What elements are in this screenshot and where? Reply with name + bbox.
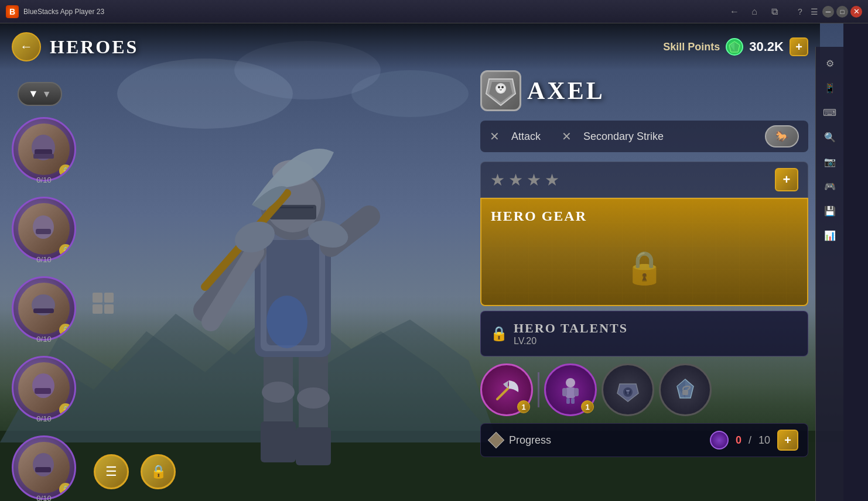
page-title: HEROES bbox=[50, 36, 138, 58]
svg-rect-29 bbox=[36, 229, 51, 234]
hero-emblem bbox=[480, 70, 521, 111]
lock-button[interactable]: 🔒 bbox=[141, 454, 176, 489]
progress-area: Progress 0 / 10 + bbox=[480, 423, 808, 457]
hero-avatar-1: 🔒 bbox=[12, 117, 76, 181]
right-panel: AXEL ✕ Attack ✕ Secondary Strike 🐎 ★ ★ ★… bbox=[480, 70, 808, 457]
hero-list-item-4[interactable]: 🔒 0/10 bbox=[12, 356, 76, 420]
svg-rect-52 bbox=[627, 392, 629, 394]
svg-rect-56 bbox=[682, 390, 688, 395]
skill-points-add-button[interactable]: + bbox=[790, 37, 808, 56]
filter-button[interactable]: ▼ ▼ bbox=[18, 82, 62, 106]
titlebar: B BlueStacks App Player 23 ← ⌂ ⧉ ? ☰ ─ □… bbox=[0, 0, 868, 23]
svg-rect-46 bbox=[574, 388, 579, 396]
skill-points-icon bbox=[726, 38, 743, 56]
minimize-btn[interactable]: ─ bbox=[822, 6, 834, 18]
hero-avatar-3: 🔒 bbox=[12, 276, 76, 341]
close-btn[interactable]: ✕ bbox=[850, 6, 862, 18]
svg-rect-51 bbox=[626, 390, 630, 392]
hero-count-2: 0/10 bbox=[36, 255, 51, 264]
svg-point-43 bbox=[566, 378, 575, 387]
maximize-btn[interactable]: □ bbox=[836, 6, 848, 18]
hero-gear-title: HERO GEAR bbox=[491, 208, 798, 224]
hero-lock-icon-5: 🔒 bbox=[59, 483, 72, 496]
grid-cell-2 bbox=[104, 293, 114, 303]
talent-badge-1: 1 bbox=[517, 400, 530, 413]
skill-2-label: Secondary Strike bbox=[583, 131, 664, 143]
help-btn[interactable]: ? bbox=[794, 6, 806, 18]
talents-level: LV.20 bbox=[514, 336, 798, 346]
grid-view-toggle[interactable] bbox=[93, 293, 114, 314]
progress-current: 0 bbox=[736, 434, 741, 447]
add-star-button[interactable]: + bbox=[775, 168, 798, 191]
list-icon: ☰ bbox=[105, 464, 117, 479]
hero-lock-icon-4: 🔒 bbox=[59, 403, 72, 416]
progress-separator: / bbox=[749, 434, 751, 447]
talent-skill-4[interactable] bbox=[659, 363, 712, 416]
svg-point-11 bbox=[266, 296, 307, 348]
svg-rect-35 bbox=[35, 467, 51, 472]
talents-lock-icon: 🔒 bbox=[490, 325, 508, 342]
svg-point-32 bbox=[32, 373, 54, 398]
hero-list-item-1[interactable]: 🔒 0/10 bbox=[12, 117, 76, 181]
horse-button[interactable]: 🐎 bbox=[765, 125, 799, 147]
skill-1-icon: ✕ bbox=[490, 129, 500, 143]
nav-copy-btn[interactable]: ⧉ bbox=[766, 4, 782, 20]
skill-points-label: Skill Points bbox=[663, 41, 720, 53]
svg-point-37 bbox=[498, 86, 500, 88]
sidebar-icon-8[interactable]: 📊 bbox=[819, 225, 840, 246]
star-2: ★ bbox=[508, 170, 523, 190]
skills-row: ✕ Attack ✕ Secondary Strike 🐎 bbox=[480, 121, 808, 152]
menu-btn[interactable]: ☰ bbox=[808, 6, 820, 18]
hero-talents-panel: 🔒 HERO TALENTS LV.20 bbox=[480, 311, 808, 356]
sidebar-icon-5[interactable]: 📷 bbox=[819, 151, 840, 172]
list-view-button[interactable]: ☰ bbox=[94, 454, 129, 489]
sidebar-icon-3[interactable]: ⌨ bbox=[819, 102, 840, 123]
hero-lock-icon-2: 🔒 bbox=[59, 244, 72, 257]
grid-cell-1 bbox=[93, 293, 102, 303]
skill-1-label: Attack bbox=[511, 131, 541, 143]
window-controls: ? ☰ ─ □ ✕ bbox=[794, 6, 862, 18]
sidebar-icon-4[interactable]: 🔍 bbox=[819, 126, 840, 147]
gear-lock-icon: 🔒 bbox=[624, 248, 665, 286]
skill-2-icon: ✕ bbox=[562, 129, 572, 143]
header: ← HEROES Skill Points 30.2K + bbox=[0, 23, 820, 70]
hero-list-item-3[interactable]: 🔒 0/10 bbox=[12, 276, 76, 341]
progress-diamond-icon bbox=[488, 432, 504, 448]
talent-divider-1 bbox=[538, 372, 539, 407]
nav-back-btn[interactable]: ← bbox=[726, 4, 743, 20]
grid-cell-4 bbox=[104, 304, 114, 314]
svg-rect-6 bbox=[261, 421, 296, 462]
svg-rect-27 bbox=[33, 154, 54, 159]
talent-skill-2[interactable]: 1 bbox=[544, 363, 597, 416]
hero-list-item-5[interactable]: 🔒 0/10 bbox=[12, 435, 76, 500]
app-name: BlueStacks App Player 23 bbox=[23, 8, 726, 16]
svg-rect-47 bbox=[566, 398, 570, 404]
app-logo: B bbox=[6, 5, 19, 18]
hero-list: 🔒 0/10 🔒 0/10 bbox=[12, 117, 88, 500]
hero-list-item-2[interactable]: 🔒 0/10 bbox=[12, 197, 76, 261]
svg-rect-48 bbox=[571, 398, 575, 404]
talent-skill-3[interactable] bbox=[602, 363, 654, 416]
game-area: ← HEROES Skill Points 30.2K + ▼ ▼ bbox=[0, 23, 843, 501]
talent-badge-2: 1 bbox=[581, 400, 594, 413]
sidebar-icon-2[interactable]: 📱 bbox=[819, 77, 840, 98]
star-4: ★ bbox=[545, 170, 559, 190]
svg-rect-33 bbox=[35, 388, 51, 394]
hero-talents-title: HERO TALENTS bbox=[514, 321, 798, 336]
hero-count-5: 0/10 bbox=[36, 494, 51, 501]
sidebar-icon-6[interactable]: 🎮 bbox=[819, 176, 840, 197]
hero-character bbox=[88, 59, 486, 480]
skill-points-area: Skill Points 30.2K + bbox=[663, 37, 808, 56]
star-3: ★ bbox=[527, 170, 541, 190]
stars-row: ★ ★ ★ ★ + bbox=[480, 162, 808, 198]
nav-home-btn[interactable]: ⌂ bbox=[746, 4, 763, 20]
svg-point-28 bbox=[33, 215, 54, 239]
progress-add-button[interactable]: + bbox=[777, 430, 798, 451]
hero-count-1: 0/10 bbox=[36, 176, 51, 184]
back-button[interactable]: ← bbox=[12, 32, 41, 61]
svg-point-38 bbox=[501, 86, 504, 88]
filter-chevron: ▼ bbox=[42, 89, 52, 99]
sidebar-icon-7[interactable]: 💾 bbox=[819, 200, 840, 221]
sidebar-icon-1[interactable]: ⚙ bbox=[819, 53, 840, 74]
talent-skill-1[interactable]: 1 bbox=[480, 363, 533, 416]
